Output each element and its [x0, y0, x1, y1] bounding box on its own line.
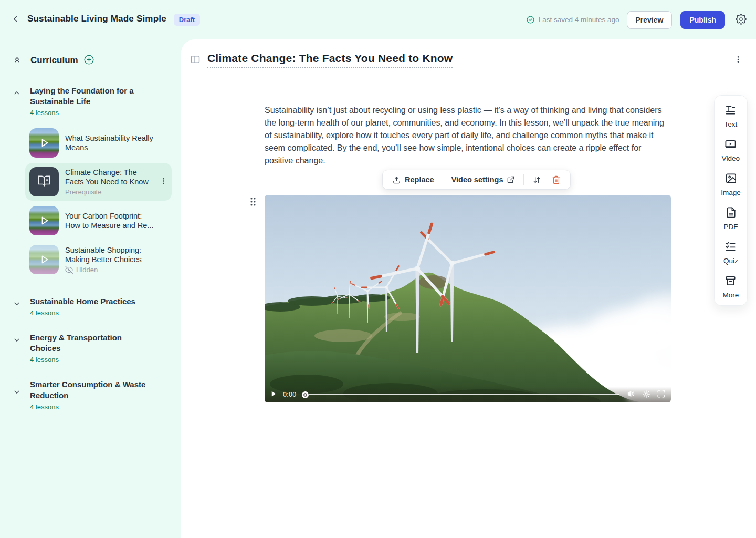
lesson-subtitle: Hidden [65, 266, 155, 274]
gear-icon [736, 14, 747, 26]
section-header[interactable]: Sustainable Home Practices 4 lessons [0, 296, 181, 317]
pdf-file-icon [725, 206, 737, 220]
play-button[interactable] [270, 390, 278, 399]
video-settings-button[interactable]: Video settings [447, 172, 520, 187]
section-title: Sustainable Home Practices [30, 296, 135, 307]
lesson-menu-button[interactable] [160, 177, 167, 187]
section-title: Smarter Consumption & Waste Reduction [30, 379, 153, 400]
reorder-button[interactable] [528, 172, 545, 188]
lesson-doc-thumbnail [29, 167, 59, 196]
eye-off-icon [65, 266, 73, 274]
lesson-title: Sustainable Shopping: Making Better Choi… [65, 245, 155, 265]
insert-pdf-button[interactable]: PDF [724, 206, 738, 231]
quiz-checklist-icon [724, 241, 737, 254]
section-lesson-count: 4 lessons [30, 309, 135, 317]
collapse-all-button[interactable] [13, 55, 22, 66]
play-icon [29, 128, 59, 158]
volume-button[interactable] [627, 389, 636, 400]
back-button[interactable] [10, 14, 20, 25]
toolbar-divider [443, 174, 443, 185]
trash-icon [552, 175, 561, 184]
image-block-icon [725, 172, 737, 186]
insert-image-label: Image [721, 189, 741, 196]
player-settings-button[interactable] [642, 390, 650, 400]
section-header[interactable]: Laying the Foundation for a Sustainable … [0, 86, 181, 117]
curriculum-section: Sustainable Home Practices 4 lessons [0, 296, 181, 317]
drag-dots-icon [249, 196, 257, 209]
lesson-text-block[interactable]: Sustainability isn’t just about recyclin… [265, 104, 671, 167]
lesson-title-row: Climate Change: The Facts You Need to Kn… [190, 52, 742, 68]
scrubber-knob[interactable] [302, 391, 309, 398]
play-icon [270, 390, 278, 399]
delete-block-button[interactable] [548, 172, 565, 188]
insert-pdf-label: PDF [724, 223, 738, 231]
chevron-up-icon[interactable] [13, 89, 21, 99]
lesson-title: Your Carbon Footprint: How to Measure an… [65, 211, 155, 231]
more-blocks-icon [724, 275, 737, 288]
chevron-left-icon [10, 14, 20, 25]
insert-more-label: More [723, 291, 739, 299]
replace-button[interactable]: Replace [388, 172, 438, 188]
lesson-item-selected[interactable]: Climate Change: The Facts You Need to Kn… [25, 163, 172, 201]
insert-more-button[interactable]: More [723, 275, 739, 299]
section-header[interactable]: Energy & Transportation Choices 4 lesson… [0, 333, 181, 364]
insert-quiz-button[interactable]: Quiz [723, 241, 738, 265]
chevron-down-icon[interactable] [13, 299, 21, 310]
insert-quiz-label: Quiz [723, 257, 738, 265]
insert-video-button[interactable]: Video [722, 138, 740, 162]
course-title[interactable]: Sustainable Living Made Simple [27, 14, 166, 26]
lesson-title: Climate Change: The Facts You Need to Kn… [65, 168, 155, 187]
curriculum-sidebar: Curriculum Laying the Foundation for a S… [0, 39, 181, 538]
lesson-video-thumbnail [29, 128, 59, 158]
chevron-down-icon[interactable] [13, 388, 21, 398]
play-icon [29, 206, 59, 235]
section-header[interactable]: Smarter Consumption & Waste Reduction 4 … [0, 379, 181, 410]
lesson-list: What Sustainability Really Means Climate… [25, 124, 172, 278]
chevrons-up-icon [13, 55, 22, 66]
insert-video-label: Video [722, 154, 740, 162]
block-drag-handle[interactable] [249, 196, 257, 209]
progress-track[interactable] [309, 394, 620, 395]
insert-block-toolbar: Text Video Image PDF Quiz [714, 95, 748, 306]
curriculum-header: Curriculum [13, 54, 171, 67]
sort-arrows-icon [532, 175, 541, 184]
replace-label: Replace [405, 175, 434, 184]
chevron-down-icon[interactable] [13, 336, 21, 346]
insert-text-label: Text [724, 120, 738, 128]
preview-button[interactable]: Preview [627, 11, 673, 29]
course-editor-app: Sustainable Living Made Simple Draft Las… [0, 0, 756, 538]
section-lesson-count: 4 lessons [30, 403, 153, 411]
volume-icon [627, 389, 636, 400]
top-header: Sustainable Living Made Simple Draft Las… [0, 0, 756, 39]
settings-button[interactable] [736, 14, 747, 26]
insert-image-button[interactable]: Image [721, 172, 741, 196]
publish-button[interactable]: Publish [680, 11, 725, 29]
lesson-page-title[interactable]: Climate Change: The Facts You Need to Kn… [207, 52, 453, 68]
video-block-toolbar: Replace Video settings [382, 170, 571, 190]
panel-left-icon [190, 54, 201, 66]
video-controls: 0:00 [265, 387, 671, 402]
external-link-icon [507, 175, 515, 184]
lesson-editor-panel: Climate Change: The Facts You Need to Kn… [181, 39, 756, 538]
wind-farm-video-frame [265, 195, 671, 402]
header-actions: Last saved 4 minutes ago Preview Publish [526, 11, 747, 29]
lesson-video-thumbnail [29, 206, 59, 235]
plus-circle-icon [83, 54, 94, 67]
add-section-button[interactable] [83, 54, 94, 67]
insert-text-button[interactable]: Text [724, 104, 738, 128]
curriculum-section: Smarter Consumption & Waste Reduction 4 … [0, 379, 181, 410]
curriculum-section: Energy & Transportation Choices 4 lesson… [0, 333, 181, 364]
fullscreen-button[interactable] [657, 389, 666, 400]
lesson-item-hidden[interactable]: Sustainable Shopping: Making Better Choi… [25, 241, 172, 278]
kebab-icon [160, 177, 167, 187]
text-block-icon [724, 104, 737, 118]
lesson-options-button[interactable] [734, 55, 742, 65]
play-icon [29, 245, 59, 274]
video-settings-label: Video settings [452, 175, 503, 184]
section-lesson-count: 4 lessons [30, 109, 153, 117]
video-block[interactable]: 0:00 [265, 195, 671, 402]
lesson-item[interactable]: Your Carbon Footprint: How to Measure an… [25, 202, 172, 240]
lesson-item[interactable]: What Sustainability Really Means [25, 124, 172, 162]
lesson-subtitle: Prerequisite [65, 188, 155, 196]
sidebar-toggle-button[interactable] [190, 54, 201, 66]
